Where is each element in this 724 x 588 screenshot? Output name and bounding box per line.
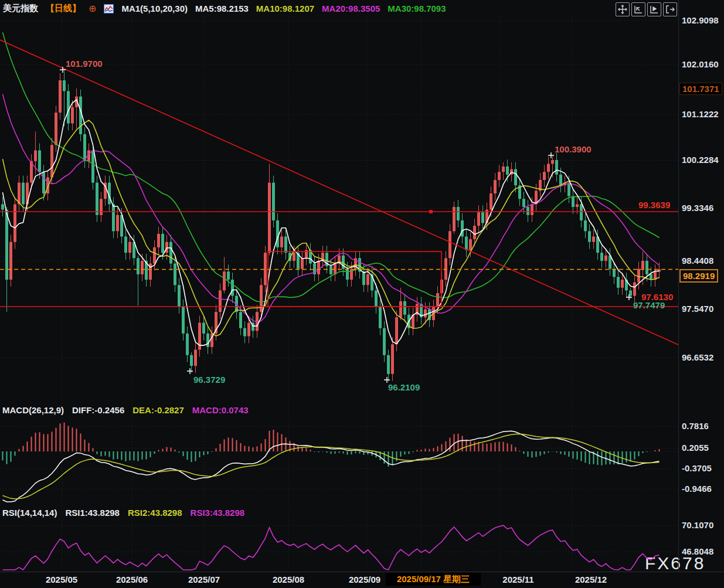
date-axis-label: 2025/12 (575, 575, 607, 584)
macd-diff-value: DIFF:-0.2456 (72, 405, 124, 415)
chart-canvas[interactable] (0, 0, 724, 588)
macd-header: MACD(26,12,9) DIFF:-0.2456 DEA:-0.2827 M… (2, 405, 249, 415)
price-annotation: 97.7479 (633, 300, 665, 310)
date-axis-label: 2025/08 (273, 575, 304, 584)
price-annotation: 96.3729 (193, 375, 225, 385)
date-axis-label: 2025/06 (116, 575, 148, 584)
macd-axis-tick: 0.2055 (682, 443, 709, 453)
symbol-name: 美元指数 (3, 3, 38, 14)
ma10-value: MA10:98.1207 (256, 4, 314, 13)
ma30-value: MA30:98.7093 (388, 4, 446, 13)
price-axis-tick: 102.9098 (682, 15, 719, 25)
timeframe-label[interactable]: 【日线】 (46, 3, 81, 14)
price-annotation: 101.9700 (66, 59, 103, 69)
play-axis-button[interactable] (647, 2, 661, 16)
macd-axis-tick: 0.7816 (682, 421, 709, 431)
rsi3-value: RSI3:43.8298 (191, 508, 245, 518)
selected-date-label: 2025/09/17 星期三 (386, 573, 481, 586)
price-axis-tick: 100.2284 (682, 155, 719, 165)
date-axis-label: 2025/05 (46, 575, 77, 584)
right-axis-separator (678, 0, 679, 572)
ma-params-label: MA1(5,10,20,30) (121, 4, 188, 13)
macd-axis-tick: -0.3705 (682, 463, 712, 473)
rsi-params-label: RSI(14,14,14) (2, 508, 57, 518)
chart-toolbar (616, 2, 677, 16)
add-indicator-icon[interactable]: ⊕ (89, 3, 96, 14)
price-axis-tick: 96.6532 (682, 352, 713, 362)
rsi1-value: RSI1:43.8298 (65, 508, 120, 518)
macd-dea-value: DEA:-0.2827 (132, 405, 184, 415)
price-annotation: 96.2109 (388, 382, 420, 392)
mini-chart-icon (104, 4, 114, 13)
price-axis-tick: 99.3346 (682, 203, 713, 213)
move-crosshair-button[interactable] (616, 2, 630, 16)
price-annotation: 100.3900 (555, 144, 592, 154)
price-axis-tick: 98.4408 (682, 256, 713, 266)
macd-hist-value: MACD:0.0743 (192, 405, 249, 415)
trendline-price-label: 101.7371 (679, 83, 722, 95)
rsi-axis-tick: 70.1070 (682, 520, 713, 530)
macd-axis-tick: -0.9466 (682, 484, 712, 494)
date-axis-label: 2025/07 (188, 575, 220, 584)
date-axis-label: 2025/09 (349, 575, 380, 584)
price-axis-tick: 102.0160 (682, 59, 719, 69)
price-annotation: 99.3639 (638, 200, 670, 210)
rsi-axis-tick: 46.8048 (682, 546, 713, 556)
last-price-label: 98.2919 (679, 269, 718, 283)
chart-header: 美元指数 【日线】 ⊕ MA1(5,10,20,30) MA5:98.2153 … (3, 3, 446, 14)
ma5-value: MA5:98.2153 (195, 4, 249, 13)
rsi2-value: RSI2:43.8298 (128, 508, 182, 518)
macd-params-label: MACD(26,12,9) (2, 405, 64, 415)
rsi-header: RSI(14,14,14) RSI1:43.8298 RSI2:43.8298 … (2, 508, 244, 518)
zoom-axis-button[interactable] (631, 2, 645, 16)
ma20-value: MA20:98.3505 (322, 4, 380, 13)
date-axis-label: 2025/11 (502, 575, 533, 584)
price-axis-tick: 97.5470 (682, 304, 713, 314)
price-axis-tick: 101.1222 (682, 109, 719, 119)
exit-view-button[interactable] (663, 2, 677, 16)
